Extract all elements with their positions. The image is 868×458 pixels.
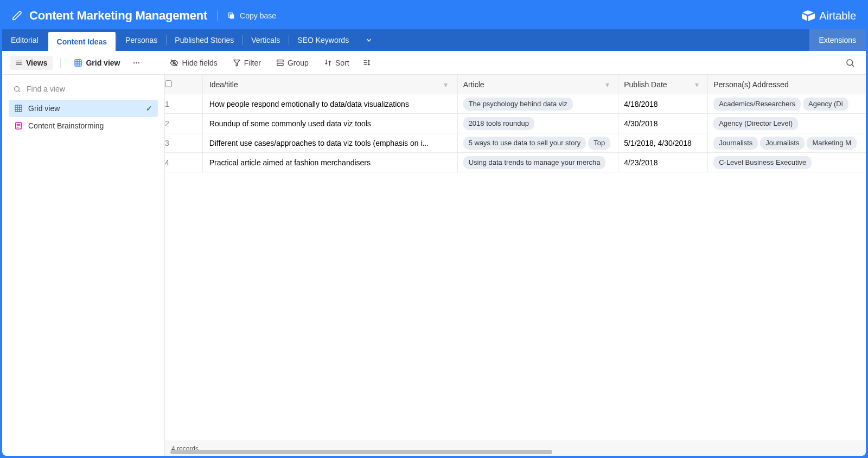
column-dropdown-icon[interactable]: ▾	[605, 80, 609, 89]
row-number[interactable]: 4	[165, 153, 203, 172]
copy-base-button[interactable]: Copy base	[227, 11, 276, 20]
record-pill[interactable]: 2018 tools roundup	[463, 117, 534, 130]
svg-point-21	[15, 86, 20, 91]
svg-point-19	[847, 60, 853, 66]
sort-button[interactable]: Sort	[318, 56, 355, 70]
check-icon: ✓	[146, 104, 152, 113]
cell-article[interactable]: Using data trends to manage your mercha	[458, 153, 619, 172]
copy-base-label: Copy base	[240, 11, 276, 20]
column-header-article[interactable]: Article▾	[458, 75, 619, 94]
views-button[interactable]: Views	[10, 56, 53, 70]
column-dropdown-icon[interactable]: ▾	[444, 80, 448, 89]
hide-fields-button[interactable]: Hide fields	[164, 56, 222, 70]
filter-label: Filter	[244, 59, 261, 67]
chevron-down-icon	[365, 36, 373, 44]
grid-area: Idea/title▾ Article▾ Publish Date▾ Perso…	[165, 75, 866, 456]
cell-personas[interactable]: Academics/ResearchersAgency (Di	[708, 94, 866, 114]
cell-article[interactable]: The psychology behind data viz	[458, 94, 619, 114]
cell-publish-date[interactable]: 4/23/2018	[618, 153, 708, 172]
cell-personas[interactable]: JournalistsJournalistsMarketing M	[708, 133, 866, 153]
cell-personas[interactable]: Agency (Director Level)	[708, 114, 866, 133]
group-label: Group	[288, 59, 309, 67]
select-all-checkbox[interactable]	[165, 80, 171, 87]
record-pill[interactable]: Top	[588, 137, 610, 150]
find-view-input[interactable]: Find a view	[9, 81, 158, 96]
base-title[interactable]: Content Marketing Management	[29, 9, 207, 23]
row-number[interactable]: 1	[165, 94, 203, 114]
airtable-icon	[802, 10, 815, 21]
brand-label: Airtable	[819, 10, 856, 22]
cell-publish-date[interactable]: 4/30/2018	[618, 114, 708, 133]
divider	[60, 58, 61, 68]
extensions-label: Extensions	[819, 36, 856, 44]
data-grid: Idea/title▾ Article▾ Publish Date▾ Perso…	[165, 75, 866, 172]
svg-marker-12	[234, 60, 240, 66]
svg-rect-14	[277, 63, 283, 66]
search-button[interactable]	[842, 55, 858, 71]
svg-rect-31	[17, 127, 19, 127]
edit-icon[interactable]	[12, 10, 23, 21]
row-number[interactable]: 2	[165, 114, 203, 133]
column-header-title[interactable]: Idea/title▾	[203, 75, 458, 94]
record-pill[interactable]: C-Level Business Executive	[713, 156, 812, 169]
view-menu-button[interactable]: ⋯	[130, 56, 144, 69]
row-height-button[interactable]	[359, 56, 374, 69]
record-pill[interactable]: Journalists	[713, 137, 758, 150]
svg-rect-5	[75, 60, 81, 66]
record-pill[interactable]: Journalists	[760, 137, 805, 150]
filter-button[interactable]: Filter	[227, 56, 266, 70]
row-number[interactable]: 3	[165, 133, 203, 153]
cell-article[interactable]: 5 ways to use data to sell your storyTop	[458, 133, 619, 153]
cell-publish-date[interactable]: 4/18/2018	[618, 94, 708, 114]
table-row[interactable]: 3Different use cases/approaches to data …	[165, 133, 866, 153]
hide-fields-label: Hide fields	[182, 59, 217, 67]
row-height-icon	[362, 59, 371, 67]
sidebar-view-item[interactable]: Grid view✓	[9, 100, 158, 117]
cell-title[interactable]: Different use cases/approaches to data v…	[203, 133, 458, 153]
table-tabs-bar: EditorialContent IdeasPersonasPublished …	[2, 29, 866, 51]
table-tab[interactable]: Verticals	[242, 29, 289, 51]
table-tab[interactable]: Published Stories	[166, 29, 242, 51]
table-row[interactable]: 4Practical article aimed at fashion merc…	[165, 153, 866, 172]
table-tab[interactable]: Content Ideas	[47, 31, 117, 51]
brand-logo[interactable]: Airtable	[802, 10, 856, 22]
svg-line-20	[852, 64, 853, 66]
group-icon	[276, 59, 284, 67]
tabs-more-dropdown[interactable]	[358, 29, 380, 51]
sidebar-view-item[interactable]: Content Brainstorming	[9, 117, 158, 134]
cell-title[interactable]: Roundup of some commonly used data viz t…	[203, 114, 458, 133]
column-header-publish-date[interactable]: Publish Date▾	[618, 75, 708, 94]
group-button[interactable]: Group	[271, 56, 314, 70]
record-pill[interactable]: Marketing M	[807, 137, 857, 150]
record-pill[interactable]: Academics/Researchers	[713, 98, 801, 111]
record-pill[interactable]: Agency (Director Level)	[713, 117, 798, 130]
extensions-button[interactable]: Extensions	[809, 29, 866, 51]
cell-title[interactable]: Practical article aimed at fashion merch…	[203, 153, 458, 172]
record-pill[interactable]: Agency (Di	[803, 98, 848, 111]
column-dropdown-icon[interactable]: ▾	[695, 80, 699, 89]
current-view-button[interactable]: Grid view	[68, 56, 125, 70]
svg-rect-30	[17, 125, 21, 126]
svg-line-22	[18, 91, 20, 92]
table-row[interactable]: 2Roundup of some commonly used data viz …	[165, 114, 866, 133]
horizontal-scrollbar[interactable]	[170, 450, 687, 455]
record-pill[interactable]: 5 ways to use data to sell your story	[463, 137, 586, 150]
top-bar: Content Marketing Management Copy base A…	[2, 2, 866, 29]
select-all-header[interactable]	[165, 75, 203, 94]
hamburger-icon	[15, 59, 23, 67]
table-tab[interactable]: SEO Keywords	[289, 29, 358, 51]
view-label: Grid view	[28, 104, 60, 113]
cell-publish-date[interactable]: 5/1/2018, 4/30/2018	[618, 133, 708, 153]
cell-title[interactable]: How people respond emotionally to data/d…	[203, 94, 458, 114]
sort-label: Sort	[335, 59, 349, 67]
record-pill[interactable]: Using data trends to manage your mercha	[463, 156, 606, 169]
svg-rect-13	[277, 60, 283, 62]
table-tab[interactable]: Editorial	[2, 29, 47, 51]
view-toolbar: Views Grid view ⋯ Hide fields Filter Gro…	[2, 51, 866, 75]
table-tab[interactable]: Personas	[117, 29, 166, 51]
column-header-personas[interactable]: Persona(s) Addressed	[708, 75, 866, 94]
record-pill[interactable]: The psychology behind data viz	[463, 98, 573, 111]
table-row[interactable]: 1How people respond emotionally to data/…	[165, 94, 866, 114]
cell-personas[interactable]: C-Level Business Executive	[708, 153, 866, 172]
cell-article[interactable]: 2018 tools roundup	[458, 114, 619, 133]
